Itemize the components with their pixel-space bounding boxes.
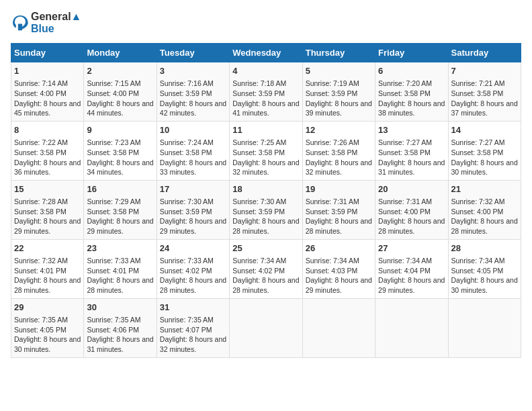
calendar-cell: 1Sunrise: 7:14 AMSunset: 4:00 PMDaylight… [11,62,84,122]
day-number: 21 [451,183,518,195]
sunset-label: Sunset: 4:01 PM [87,267,139,275]
calendar-cell: 22Sunrise: 7:32 AMSunset: 4:01 PMDayligh… [11,239,84,298]
sunrise-label: Sunrise: 7:18 AM [232,79,286,87]
daylight-label: Daylight: 8 hours and 36 minutes. [14,158,81,177]
sunrise-label: Sunrise: 7:32 AM [14,257,68,265]
day-number: 5 [306,65,372,77]
sunset-label: Sunset: 3:58 PM [14,148,66,156]
daylight-label: Daylight: 8 hours and 28 minutes. [160,276,226,294]
calendar-cell: 10Sunrise: 7:24 AMSunset: 3:58 PMDayligh… [157,121,229,180]
day-number: 30 [87,302,153,314]
sunrise-label: Sunrise: 7:24 AM [160,138,214,146]
calendar-cell: 30Sunrise: 7:35 AMSunset: 4:06 PMDayligh… [84,298,157,357]
sunrise-label: Sunrise: 7:25 AM [232,138,286,146]
calendar-cell [302,298,375,357]
daylight-label: Daylight: 8 hours and 29 minutes. [14,217,81,235]
calendar-cell: 16Sunrise: 7:29 AMSunset: 3:58 PMDayligh… [84,180,157,239]
daylight-label: Daylight: 8 hours and 30 minutes. [451,158,518,177]
sunset-label: Sunset: 3:59 PM [160,208,212,216]
sunset-label: Sunset: 4:06 PM [87,326,139,334]
sunset-label: Sunset: 4:00 PM [378,208,431,216]
calendar-cell: 6Sunrise: 7:20 AMSunset: 3:58 PMDaylight… [375,62,448,122]
day-of-week-header: Thursday [302,44,375,62]
calendar-cell: 15Sunrise: 7:28 AMSunset: 3:58 PMDayligh… [11,180,84,239]
calendar-cell: 13Sunrise: 7:27 AMSunset: 3:58 PMDayligh… [375,121,448,180]
calendar-cell: 19Sunrise: 7:31 AMSunset: 3:59 PMDayligh… [302,180,375,239]
calendar-cell: 5Sunrise: 7:19 AMSunset: 3:59 PMDaylight… [302,62,375,122]
day-number: 28 [451,242,518,255]
day-number: 12 [306,124,372,136]
sunset-label: Sunset: 3:59 PM [306,208,358,216]
day-number: 16 [87,183,153,195]
day-of-week-header: Tuesday [157,44,229,62]
calendar-header-row: SundayMondayTuesdayWednesdayThursdayFrid… [11,44,521,62]
day-number: 23 [87,242,153,255]
day-number: 1 [14,65,81,77]
sunrise-label: Sunrise: 7:15 AM [87,79,140,87]
sunset-label: Sunset: 4:05 PM [451,267,504,275]
calendar-cell: 8Sunrise: 7:22 AMSunset: 3:58 PMDaylight… [11,121,84,180]
sunrise-label: Sunrise: 7:35 AM [14,316,68,324]
calendar-cell: 20Sunrise: 7:31 AMSunset: 4:00 PMDayligh… [375,180,448,239]
sunset-label: Sunset: 3:59 PM [160,89,212,97]
calendar-cell [448,298,521,357]
calendar-week-row: 29Sunrise: 7:35 AMSunset: 4:05 PMDayligh… [11,298,521,357]
day-number: 2 [87,65,153,77]
sunrise-label: Sunrise: 7:19 AM [306,79,359,87]
daylight-label: Daylight: 8 hours and 32 minutes. [160,335,226,353]
calendar-cell: 7Sunrise: 7:21 AMSunset: 3:58 PMDaylight… [448,62,521,122]
calendar-cell: 9Sunrise: 7:23 AMSunset: 3:58 PMDaylight… [84,121,157,180]
sunset-label: Sunset: 4:05 PM [14,326,66,334]
daylight-label: Daylight: 8 hours and 45 minutes. [14,99,81,118]
sunrise-label: Sunrise: 7:33 AM [160,257,214,265]
calendar-cell: 29Sunrise: 7:35 AMSunset: 4:05 PMDayligh… [11,298,84,357]
sunrise-label: Sunrise: 7:30 AM [232,197,286,205]
day-number: 9 [87,124,153,136]
daylight-label: Daylight: 8 hours and 28 minutes. [232,217,299,235]
daylight-label: Daylight: 8 hours and 29 minutes. [306,276,372,294]
day-number: 14 [451,124,518,136]
daylight-label: Daylight: 8 hours and 28 minutes. [14,276,81,294]
sunrise-label: Sunrise: 7:30 AM [160,197,214,205]
sunset-label: Sunset: 3:59 PM [232,89,285,97]
calendar-cell: 2Sunrise: 7:15 AMSunset: 4:00 PMDaylight… [84,62,157,122]
sunrise-label: Sunrise: 7:21 AM [451,79,505,87]
daylight-label: Daylight: 8 hours and 28 minutes. [87,276,153,294]
daylight-label: Daylight: 8 hours and 28 minutes. [378,217,445,235]
logo: General▲ Blue [11,11,81,35]
sunrise-label: Sunrise: 7:23 AM [87,138,140,146]
daylight-label: Daylight: 8 hours and 38 minutes. [378,99,445,118]
sunset-label: Sunset: 3:58 PM [232,148,285,156]
day-number: 10 [160,124,226,136]
day-number: 3 [160,65,226,77]
daylight-label: Daylight: 8 hours and 44 minutes. [87,99,153,118]
daylight-label: Daylight: 8 hours and 29 minutes. [160,217,226,235]
sunrise-label: Sunrise: 7:34 AM [451,257,505,265]
day-number: 22 [14,242,81,255]
calendar-week-row: 8Sunrise: 7:22 AMSunset: 3:58 PMDaylight… [11,121,521,180]
calendar-cell: 26Sunrise: 7:34 AMSunset: 4:03 PMDayligh… [302,239,375,298]
calendar-cell [230,298,302,357]
calendar-cell: 25Sunrise: 7:34 AMSunset: 4:02 PMDayligh… [230,239,302,298]
sunrise-label: Sunrise: 7:26 AM [306,138,359,146]
sunset-label: Sunset: 4:04 PM [378,267,431,275]
calendar-cell: 14Sunrise: 7:27 AMSunset: 3:58 PMDayligh… [448,121,521,180]
sunset-label: Sunset: 4:02 PM [232,267,285,275]
daylight-label: Daylight: 8 hours and 33 minutes. [160,158,226,177]
sunrise-label: Sunrise: 7:14 AM [14,79,68,87]
day-number: 19 [306,183,372,195]
day-number: 26 [306,242,372,255]
day-number: 31 [160,302,226,314]
sunrise-label: Sunrise: 7:35 AM [87,316,140,324]
day-number: 8 [14,124,81,136]
calendar-cell: 3Sunrise: 7:16 AMSunset: 3:59 PMDaylight… [157,62,229,122]
daylight-label: Daylight: 8 hours and 29 minutes. [378,276,445,294]
day-number: 6 [378,65,445,77]
day-of-week-header: Wednesday [230,44,302,62]
daylight-label: Daylight: 8 hours and 31 minutes. [378,158,445,177]
sunset-label: Sunset: 4:00 PM [87,89,139,97]
calendar-week-row: 1Sunrise: 7:14 AMSunset: 4:00 PMDaylight… [11,62,521,122]
sunset-label: Sunset: 4:03 PM [306,267,358,275]
sunset-label: Sunset: 3:59 PM [232,208,285,216]
day-number: 17 [160,183,226,195]
